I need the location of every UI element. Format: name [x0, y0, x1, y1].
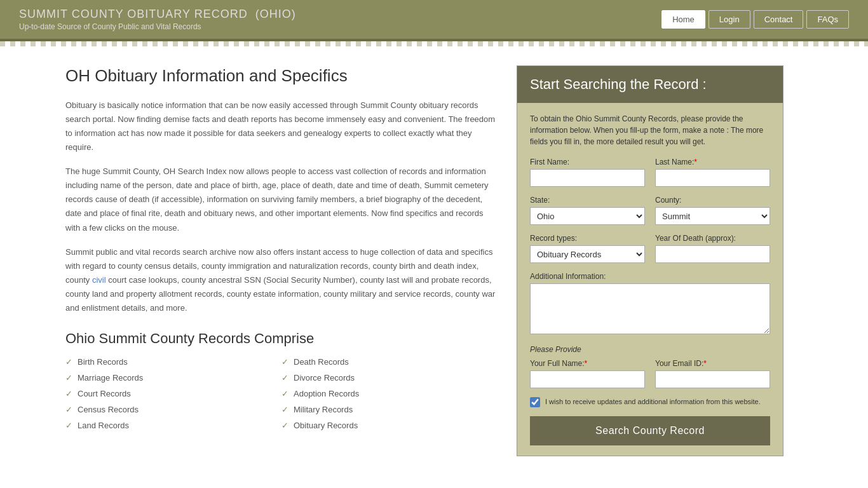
state-county-row: State: Ohio County: Summit	[530, 196, 770, 225]
full-name-group: Your Full Name:*	[530, 359, 645, 388]
right-panel: Start Searching the Record : To obtain t…	[517, 65, 783, 456]
list-item: Divorce Records	[281, 373, 498, 383]
list-item: Court Records	[65, 389, 281, 398]
first-name-label: First Name:	[530, 158, 645, 166]
county-group: County: Summit	[655, 196, 770, 225]
nav-faqs[interactable]: FAQs	[806, 10, 849, 29]
email-label: Your Email ID:*	[655, 359, 770, 368]
full-name-input[interactable]	[530, 370, 645, 388]
additional-info-label: Additional Information:	[530, 272, 770, 281]
last-name-input[interactable]	[655, 169, 770, 187]
records-list: Birth Records Marriage Records Court Rec…	[65, 357, 498, 437]
search-county-record-button[interactable]: Search County Record	[530, 416, 770, 445]
nav-contact[interactable]: Contact	[754, 10, 804, 29]
records-section-title: Ohio Summit County Records Comprise	[65, 330, 498, 347]
year-of-death-group: Year Of Death (approx):	[655, 234, 770, 263]
main-nav: Home Login Contact FAQs	[661, 10, 849, 29]
full-name-label: Your Full Name:*	[530, 359, 645, 368]
county-label: County:	[655, 196, 770, 205]
additional-info-textarea[interactable]	[530, 283, 770, 334]
form-body: To obtain the Ohio Summit County Records…	[517, 103, 783, 456]
last-name-label: Last Name:*	[655, 158, 770, 166]
desc-paragraph-3: Summit public and vital records search a…	[65, 245, 498, 315]
record-type-row: Record types: Obituary Records Birth Rec…	[530, 234, 770, 263]
records-col-2: Death Records Divorce Records Adoption R…	[281, 357, 498, 437]
list-item: Adoption Records	[281, 389, 498, 398]
please-provide-label: Please Provide	[530, 345, 770, 354]
desc-paragraph-1: Obituary is basically notice information…	[65, 98, 498, 154]
site-header: SUMMIT COUNTY OBITUARY RECORD (OHIO) Up-…	[0, 0, 868, 41]
year-of-death-label: Year Of Death (approx):	[655, 234, 770, 243]
records-col-1: Birth Records Marriage Records Court Rec…	[65, 357, 281, 437]
record-type-select[interactable]: Obituary Records Birth Records Death Rec…	[530, 245, 645, 263]
list-item: Obituary Records	[281, 421, 498, 430]
record-type-group: Record types: Obituary Records Birth Rec…	[530, 234, 645, 263]
form-description: To obtain the Ohio Summit County Records…	[530, 113, 770, 147]
list-item: Birth Records	[65, 357, 281, 367]
state-label: State:	[530, 196, 645, 205]
year-of-death-input[interactable]	[655, 245, 770, 263]
left-content: OH Obituary Information and Specifics Ob…	[65, 65, 498, 456]
site-title: SUMMIT COUNTY OBITUARY RECORD (OHIO)	[19, 8, 296, 21]
site-subtitle: Up-to-date Source of County Public and V…	[19, 22, 296, 31]
list-item: Land Records	[65, 421, 281, 430]
first-name-input[interactable]	[530, 169, 645, 187]
nav-login[interactable]: Login	[709, 10, 750, 29]
name-row: First Name: Last Name:*	[530, 158, 770, 187]
email-group: Your Email ID:*	[655, 359, 770, 388]
email-input[interactable]	[655, 370, 770, 388]
deco-border	[0, 41, 868, 46]
county-select[interactable]: Summit	[655, 207, 770, 225]
list-item: Military Records	[281, 405, 498, 414]
form-title: Start Searching the Record :	[530, 76, 770, 93]
list-item: Death Records	[281, 357, 498, 367]
main-content: OH Obituary Information and Specifics Ob…	[53, 46, 815, 475]
last-name-group: Last Name:*	[655, 158, 770, 187]
newsletter-checkbox-row: I wish to receive updates and additional…	[530, 397, 770, 407]
newsletter-checkbox[interactable]	[530, 397, 540, 407]
state-select[interactable]: Ohio	[530, 207, 645, 225]
first-name-group: First Name:	[530, 158, 645, 187]
form-header: Start Searching the Record :	[517, 66, 783, 103]
search-form-card: Start Searching the Record : To obtain t…	[517, 65, 783, 456]
additional-info-group: Additional Information:	[530, 272, 770, 336]
page-title: OH Obituary Information and Specifics	[65, 65, 498, 87]
desc-paragraph-2: The huge Summit County, OH Search Index …	[65, 165, 498, 234]
newsletter-label: I wish to receive updates and additional…	[545, 397, 761, 407]
contact-row: Your Full Name:* Your Email ID:*	[530, 359, 770, 388]
header-branding: SUMMIT COUNTY OBITUARY RECORD (OHIO) Up-…	[19, 8, 296, 31]
list-item: Marriage Records	[65, 373, 281, 383]
list-item: Census Records	[65, 405, 281, 414]
nav-home[interactable]: Home	[661, 10, 705, 29]
record-types-label: Record types:	[530, 234, 645, 243]
state-group: State: Ohio	[530, 196, 645, 225]
